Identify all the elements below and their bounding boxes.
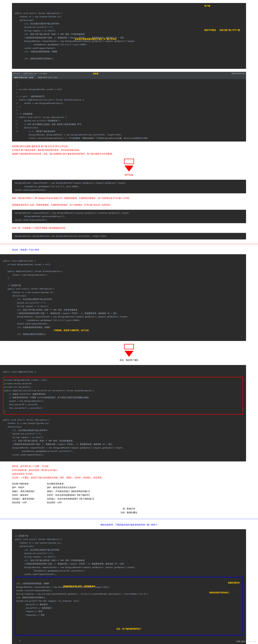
five-tuple-cols: 站在客户端的角度： 源IP：本机IP 源端口：系统分配的端口 目的IP：服务器I… [12,482,246,504]
arrow-icon [125,166,133,172]
label-server: 服务器 [93,72,98,75]
code-client: 客户端 public void start() throws IOExcepti… [12,3,246,69]
highlight-response: //3. 从服务器读取响应数据，并解析 DatagramPacket respo… [15,577,243,636]
highlight-constructor: private DatagramSocket socket = null; pr… [3,377,243,414]
arrow-icon [125,351,133,357]
watermark: CSDN @Dark And Grey [236,640,256,642]
tab-server[interactable]: UdpEchoServer.java [12,76,35,79]
code-detail2: DatagramPacket responsePacket = new Data… [12,210,246,223]
code-server: 12 13 14 15 16 17 18 19 20 21 22 23 24 2… [12,79,246,142]
code-final: // 启动客户端 public void start() throws IOEx… [12,529,246,644]
explain-1: 此时我们就可以观察 服务器 和 客户端 交互 的 部分工作过程。 正式因为 客户… [12,144,246,156]
label-client: 客户端 [204,4,210,8]
code-detail3: DatagramPacket datagramPacket= new Datag… [12,233,246,239]
code-full-client: public class UdpEchoClient { private Dat… [0,254,246,341]
code-detail1: DatagramPacket requestPacket = new Datag… [12,180,246,193]
code-optimized: public class UdpEchoClient { private Dat… [0,365,246,462]
ide-header: network > UdpEchoServer > m main 服务器 Udp… [12,72,246,76]
tab-client[interactable]: UdpEchoClient.java [36,76,59,79]
